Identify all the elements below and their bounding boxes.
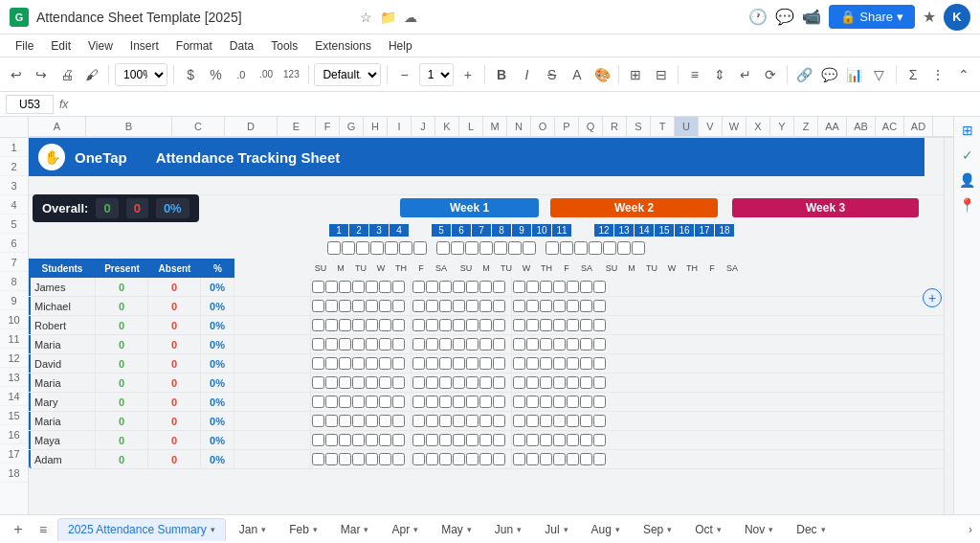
cb-s6-w2-5[interactable] <box>466 396 479 408</box>
cb-s7-w1-6[interactable] <box>379 415 391 427</box>
tab-dec[interactable]: Dec ▾ <box>787 518 835 541</box>
cb-s4-w1-7[interactable] <box>392 357 405 370</box>
cb-s3-w3-1[interactable] <box>513 338 525 351</box>
cb-s7-w2-3[interactable] <box>439 415 452 427</box>
cb-s1-w1-3[interactable] <box>339 300 351 312</box>
col-header-R[interactable]: R <box>603 117 627 136</box>
cb-s1-w3-5[interactable] <box>567 300 579 312</box>
cb-s2-w3-5[interactable] <box>567 319 579 331</box>
cb-s2-w3-1[interactable] <box>513 319 525 331</box>
font-select[interactable]: Default... <box>314 63 381 86</box>
currency-button[interactable]: $ <box>180 63 201 86</box>
decimal-increase-button[interactable]: .00 <box>256 63 277 86</box>
tab-may[interactable]: May ▾ <box>432 518 481 541</box>
fill-color-button[interactable]: 🎨 <box>591 63 612 86</box>
cb-s8-w2-6[interactable] <box>479 434 492 446</box>
cb-s5-w1-1[interactable] <box>312 376 324 389</box>
link-button[interactable]: 🔗 <box>793 63 814 86</box>
cb-s5-w3-7[interactable] <box>593 376 606 389</box>
cb-s4-w2-2[interactable] <box>426 357 438 370</box>
cb-s4-w1-1[interactable] <box>312 357 324 370</box>
col-header-T[interactable]: T <box>651 117 675 136</box>
cb-s9-w2-6[interactable] <box>479 453 492 465</box>
cb-s7-w1-3[interactable] <box>339 415 351 427</box>
print-button[interactable]: 🖨 <box>56 63 78 86</box>
font-size-select[interactable]: 12 <box>419 63 454 86</box>
cb-s5-w3-1[interactable] <box>513 376 525 389</box>
menu-help[interactable]: Help <box>381 37 420 55</box>
cb-w2-1[interactable] <box>436 241 450 255</box>
cb-s3-w1-5[interactable] <box>366 338 378 351</box>
cb-s2-w1-6[interactable] <box>379 319 391 331</box>
cb-s4-w3-2[interactable] <box>526 357 539 370</box>
col-header-B[interactable]: B <box>86 117 172 136</box>
cb-s1-w1-4[interactable] <box>352 300 365 312</box>
col-header-Z[interactable]: Z <box>794 117 818 136</box>
cb-s7-w1-4[interactable] <box>352 415 365 427</box>
cb-s7-w1-2[interactable] <box>325 415 338 427</box>
comment-toolbar-button[interactable]: 💬 <box>818 63 839 86</box>
percent-button[interactable]: % <box>205 63 226 86</box>
comment-icon[interactable]: 💬 <box>775 8 794 26</box>
cb-s4-w1-2[interactable] <box>325 357 338 370</box>
cb-w2-6[interactable] <box>508 241 522 255</box>
cb-s9-w1-4[interactable] <box>352 453 365 465</box>
cb-w2-7[interactable] <box>523 241 536 255</box>
cb-w1-7[interactable] <box>413 241 427 255</box>
cb-s6-w2-7[interactable] <box>493 396 505 408</box>
cb-s8-w3-4[interactable] <box>553 434 566 446</box>
menu-insert[interactable]: Insert <box>122 37 167 55</box>
cb-s2-w1-5[interactable] <box>366 319 378 331</box>
cb-s9-w2-1[interactable] <box>412 453 425 465</box>
cb-s6-w2-1[interactable] <box>412 396 425 408</box>
maps-icon[interactable]: 📍 <box>959 197 975 213</box>
cb-s3-w3-2[interactable] <box>526 338 539 351</box>
cloud-icon[interactable]: ☁ <box>404 10 417 25</box>
cb-s0-w2-3[interactable] <box>439 281 452 293</box>
decimal-decrease-button[interactable]: .0 <box>231 63 252 86</box>
cb-s5-w2-6[interactable] <box>479 376 492 389</box>
cb-s4-w1-5[interactable] <box>366 357 378 370</box>
col-header-W[interactable]: W <box>723 117 746 136</box>
cb-s2-w1-3[interactable] <box>339 319 351 331</box>
cb-s3-w2-7[interactable] <box>493 338 505 351</box>
cb-s0-w1-2[interactable] <box>325 281 338 293</box>
cb-s9-w3-1[interactable] <box>513 453 525 465</box>
col-header-AD[interactable]: AD <box>904 117 933 136</box>
cb-s1-w2-3[interactable] <box>439 300 452 312</box>
cb-s2-w3-7[interactable] <box>593 319 606 331</box>
cb-s9-w1-7[interactable] <box>392 453 405 465</box>
cb-s1-w1-6[interactable] <box>379 300 391 312</box>
cb-s4-w3-5[interactable] <box>567 357 579 370</box>
cb-s9-w3-4[interactable] <box>553 453 566 465</box>
cb-s5-w1-5[interactable] <box>366 376 378 389</box>
cb-s1-w2-6[interactable] <box>479 300 492 312</box>
cb-s8-w1-6[interactable] <box>379 434 391 446</box>
cb-s1-w2-2[interactable] <box>426 300 438 312</box>
col-header-AB[interactable]: AB <box>847 117 876 136</box>
cb-s9-w3-5[interactable] <box>567 453 579 465</box>
cb-s0-w1-7[interactable] <box>392 281 405 293</box>
history-icon[interactable]: 🕐 <box>748 8 768 26</box>
cb-s0-w2-6[interactable] <box>479 281 492 293</box>
cb-s4-w3-4[interactable] <box>553 357 566 370</box>
cb-s4-w2-7[interactable] <box>493 357 505 370</box>
cb-s8-w2-5[interactable] <box>466 434 479 446</box>
cb-s3-w3-4[interactable] <box>553 338 566 351</box>
cb-s7-w2-1[interactable] <box>412 415 425 427</box>
star-icon[interactable]: ☆ <box>360 10 372 25</box>
text-color-button[interactable]: A <box>567 63 588 86</box>
cb-s0-w3-7[interactable] <box>593 281 606 293</box>
cb-s1-w3-7[interactable] <box>593 300 606 312</box>
tab-jan[interactable]: Jan ▾ <box>230 518 276 541</box>
cb-s7-w3-4[interactable] <box>553 415 566 427</box>
cb-s0-w3-3[interactable] <box>540 281 552 293</box>
chart-button[interactable]: 📊 <box>844 63 865 86</box>
cb-s5-w3-2[interactable] <box>526 376 539 389</box>
folder-icon[interactable]: 📁 <box>380 10 396 25</box>
number-format-button[interactable]: 123 <box>280 63 301 86</box>
menu-view[interactable]: View <box>80 37 121 55</box>
zoom-select[interactable]: 100% <box>115 63 167 86</box>
cb-s9-w3-2[interactable] <box>526 453 539 465</box>
col-header-V[interactable]: V <box>699 117 723 136</box>
